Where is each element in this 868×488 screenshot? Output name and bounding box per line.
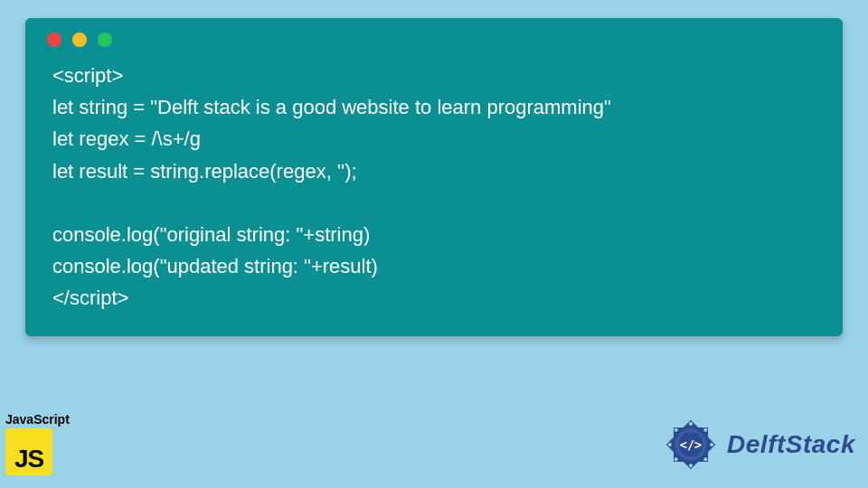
window-controls: [43, 33, 825, 47]
delftstack-logo-icon: </>: [660, 414, 722, 475]
svg-point-5: [703, 428, 707, 432]
delftstack-brand: </> DelftStack: [660, 414, 855, 475]
svg-point-6: [710, 443, 713, 446]
svg-point-10: [668, 443, 672, 446]
code-block: <script> let string = "Delft stack is a …: [43, 60, 825, 314]
close-icon: [47, 33, 61, 47]
svg-point-11: [675, 428, 678, 432]
maximize-icon: [98, 33, 112, 47]
javascript-logo-icon: JS: [5, 428, 52, 475]
svg-point-9: [675, 457, 678, 461]
svg-point-4: [689, 422, 693, 426]
svg-point-8: [689, 464, 693, 467]
javascript-badge: JavaScript JS: [5, 412, 70, 475]
js-letters: JS: [14, 446, 43, 472]
code-window: <script> let string = "Delft stack is a …: [25, 18, 843, 336]
brand-name: DelftStack: [727, 430, 855, 459]
footer: JavaScript JS </> DelftStack: [5, 412, 855, 475]
minimize-icon: [72, 33, 87, 47]
svg-text:</>: </>: [680, 437, 703, 452]
javascript-label: JavaScript: [5, 412, 70, 427]
svg-point-7: [703, 457, 707, 461]
